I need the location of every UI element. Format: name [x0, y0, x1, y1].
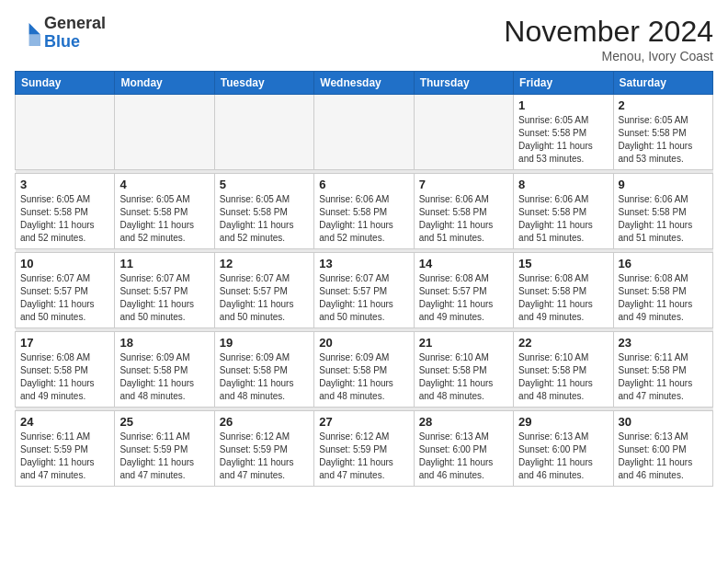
logo-text: General Blue [44, 15, 106, 52]
day-number: 19 [220, 336, 309, 350]
week-row-3: 17Sunrise: 6:08 AM Sunset: 5:58 PM Dayli… [16, 332, 713, 408]
day-cell: 14Sunrise: 6:08 AM Sunset: 5:57 PM Dayli… [414, 253, 513, 328]
day-number: 16 [619, 257, 708, 270]
day-info: Sunrise: 6:07 AM Sunset: 5:57 PM Dayligh… [119, 272, 209, 324]
day-cell: 12Sunrise: 6:07 AM Sunset: 5:57 PM Dayli… [214, 253, 313, 328]
day-info: Sunrise: 6:08 AM Sunset: 5:58 PM Dayligh… [518, 272, 608, 324]
day-cell: 4Sunrise: 6:05 AM Sunset: 5:58 PM Daylig… [115, 174, 214, 249]
weekday-header-sunday: Sunday [16, 72, 115, 95]
day-cell: 17Sunrise: 6:08 AM Sunset: 5:58 PM Dayli… [16, 332, 115, 408]
day-number: 28 [419, 415, 508, 429]
day-number: 5 [220, 178, 309, 191]
day-number: 7 [419, 178, 508, 191]
day-number: 26 [220, 415, 309, 429]
day-number: 8 [518, 178, 608, 191]
week-row-0: 1Sunrise: 6:05 AM Sunset: 5:58 PM Daylig… [16, 95, 713, 170]
logo-icon [15, 20, 40, 46]
logo-general: General [44, 15, 106, 33]
day-number: 14 [419, 257, 508, 270]
day-number: 21 [419, 336, 508, 350]
day-cell: 6Sunrise: 6:06 AM Sunset: 5:58 PM Daylig… [314, 174, 414, 249]
day-info: Sunrise: 6:07 AM Sunset: 5:57 PM Dayligh… [220, 272, 309, 324]
day-cell: 25Sunrise: 6:11 AM Sunset: 5:59 PM Dayli… [115, 411, 214, 487]
day-cell: 29Sunrise: 6:13 AM Sunset: 6:00 PM Dayli… [514, 411, 613, 487]
day-cell [115, 95, 214, 170]
day-number: 2 [619, 98, 708, 112]
day-info: Sunrise: 6:07 AM Sunset: 5:57 PM Dayligh… [20, 272, 109, 324]
page-header: General Blue November 2024 Menou, Ivory … [15, 15, 713, 63]
weekday-header-row: SundayMondayTuesdayWednesdayThursdayFrid… [16, 72, 713, 95]
weekday-header-friday: Friday [514, 72, 613, 95]
week-row-1: 3Sunrise: 6:05 AM Sunset: 5:58 PM Daylig… [16, 174, 713, 249]
day-number: 11 [119, 257, 209, 270]
day-cell: 10Sunrise: 6:07 AM Sunset: 5:57 PM Dayli… [16, 253, 115, 328]
day-number: 3 [20, 178, 109, 191]
day-number: 12 [220, 257, 309, 270]
day-info: Sunrise: 6:13 AM Sunset: 6:00 PM Dayligh… [419, 431, 508, 482]
calendar-table: SundayMondayTuesdayWednesdayThursdayFrid… [15, 71, 713, 487]
day-number: 25 [119, 415, 209, 429]
title-block: November 2024 Menou, Ivory Coast [504, 15, 713, 63]
day-info: Sunrise: 6:06 AM Sunset: 5:58 PM Dayligh… [319, 193, 408, 245]
day-cell: 5Sunrise: 6:05 AM Sunset: 5:58 PM Daylig… [214, 174, 313, 249]
day-cell [414, 95, 513, 170]
day-number: 4 [119, 178, 209, 191]
weekday-header-tuesday: Tuesday [214, 72, 313, 95]
day-info: Sunrise: 6:05 AM Sunset: 5:58 PM Dayligh… [119, 193, 209, 245]
day-cell: 23Sunrise: 6:11 AM Sunset: 5:58 PM Dayli… [613, 332, 712, 408]
day-cell [314, 95, 414, 170]
day-number: 6 [319, 178, 408, 191]
day-cell: 16Sunrise: 6:08 AM Sunset: 5:58 PM Dayli… [613, 253, 712, 328]
day-cell: 3Sunrise: 6:05 AM Sunset: 5:58 PM Daylig… [16, 174, 115, 249]
day-info: Sunrise: 6:13 AM Sunset: 6:00 PM Dayligh… [518, 431, 608, 482]
logo-blue: Blue [44, 33, 106, 52]
day-number: 17 [20, 336, 109, 350]
week-row-2: 10Sunrise: 6:07 AM Sunset: 5:57 PM Dayli… [16, 253, 713, 328]
day-info: Sunrise: 6:08 AM Sunset: 5:57 PM Dayligh… [419, 272, 508, 324]
day-number: 20 [319, 336, 408, 350]
day-info: Sunrise: 6:08 AM Sunset: 5:58 PM Dayligh… [619, 272, 708, 324]
day-info: Sunrise: 6:06 AM Sunset: 5:58 PM Dayligh… [518, 193, 608, 245]
day-cell: 15Sunrise: 6:08 AM Sunset: 5:58 PM Dayli… [514, 253, 613, 328]
day-info: Sunrise: 6:08 AM Sunset: 5:58 PM Dayligh… [20, 351, 109, 403]
day-cell: 20Sunrise: 6:09 AM Sunset: 5:58 PM Dayli… [314, 332, 414, 408]
weekday-header-thursday: Thursday [414, 72, 513, 95]
day-info: Sunrise: 6:05 AM Sunset: 5:58 PM Dayligh… [20, 193, 109, 245]
day-cell: 26Sunrise: 6:12 AM Sunset: 5:59 PM Dayli… [214, 411, 313, 487]
logo: General Blue [15, 15, 106, 52]
day-cell: 24Sunrise: 6:11 AM Sunset: 5:59 PM Dayli… [16, 411, 115, 487]
day-number: 24 [20, 415, 109, 429]
day-info: Sunrise: 6:13 AM Sunset: 6:00 PM Dayligh… [619, 431, 708, 482]
day-cell: 2Sunrise: 6:05 AM Sunset: 5:58 PM Daylig… [613, 95, 712, 170]
day-cell: 7Sunrise: 6:06 AM Sunset: 5:58 PM Daylig… [414, 174, 513, 249]
day-info: Sunrise: 6:10 AM Sunset: 5:58 PM Dayligh… [419, 351, 508, 403]
day-info: Sunrise: 6:07 AM Sunset: 5:57 PM Dayligh… [319, 272, 408, 324]
day-cell: 22Sunrise: 6:10 AM Sunset: 5:58 PM Dayli… [514, 332, 613, 408]
svg-marker-0 [29, 23, 40, 34]
day-cell: 19Sunrise: 6:09 AM Sunset: 5:58 PM Dayli… [214, 332, 313, 408]
location: Menou, Ivory Coast [504, 49, 713, 63]
day-cell: 27Sunrise: 6:12 AM Sunset: 5:59 PM Dayli… [314, 411, 414, 487]
day-number: 10 [20, 257, 109, 270]
day-cell: 13Sunrise: 6:07 AM Sunset: 5:57 PM Dayli… [314, 253, 414, 328]
day-info: Sunrise: 6:09 AM Sunset: 5:58 PM Dayligh… [220, 351, 309, 403]
day-cell: 21Sunrise: 6:10 AM Sunset: 5:58 PM Dayli… [414, 332, 513, 408]
day-info: Sunrise: 6:12 AM Sunset: 5:59 PM Dayligh… [220, 431, 309, 482]
day-number: 23 [619, 336, 708, 350]
day-number: 22 [518, 336, 608, 350]
day-info: Sunrise: 6:10 AM Sunset: 5:58 PM Dayligh… [518, 351, 608, 403]
weekday-header-saturday: Saturday [613, 72, 712, 95]
day-info: Sunrise: 6:05 AM Sunset: 5:58 PM Dayligh… [220, 193, 309, 245]
day-cell [214, 95, 313, 170]
day-info: Sunrise: 6:05 AM Sunset: 5:58 PM Dayligh… [619, 114, 708, 166]
day-number: 30 [619, 415, 708, 429]
day-info: Sunrise: 6:05 AM Sunset: 5:58 PM Dayligh… [518, 114, 608, 166]
day-cell: 9Sunrise: 6:06 AM Sunset: 5:58 PM Daylig… [613, 174, 712, 249]
day-info: Sunrise: 6:12 AM Sunset: 5:59 PM Dayligh… [319, 431, 408, 482]
day-cell: 30Sunrise: 6:13 AM Sunset: 6:00 PM Dayli… [613, 411, 712, 487]
day-number: 9 [619, 178, 708, 191]
day-info: Sunrise: 6:09 AM Sunset: 5:58 PM Dayligh… [119, 351, 209, 403]
day-cell: 1Sunrise: 6:05 AM Sunset: 5:58 PM Daylig… [514, 95, 613, 170]
weekday-header-monday: Monday [115, 72, 214, 95]
weekday-header-wednesday: Wednesday [314, 72, 414, 95]
